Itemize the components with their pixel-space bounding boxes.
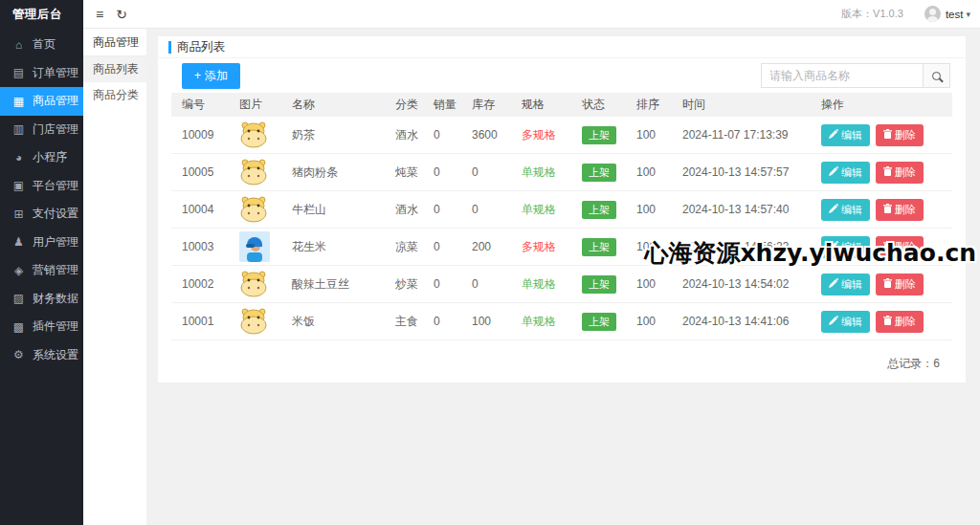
pencil-icon bbox=[829, 129, 838, 141]
sidebar-item-home[interactable]: ⌂首页 bbox=[0, 31, 83, 59]
cell-sort: 100 bbox=[636, 315, 682, 328]
topbar-right: 版本：V1.0.3 test ▾ bbox=[841, 6, 980, 22]
edit-button[interactable]: 编辑 bbox=[821, 199, 870, 221]
delete-button[interactable]: 删除 bbox=[876, 162, 924, 184]
cell-sort: 100 bbox=[636, 203, 682, 216]
status-badge: 上架 bbox=[582, 275, 616, 294]
column-header: 规格 bbox=[522, 97, 582, 113]
cell-time: 2024-11-07 17:13:39 bbox=[682, 128, 821, 142]
sidebar-item-label: 平台管理 bbox=[33, 178, 78, 194]
hippo-image bbox=[239, 121, 268, 148]
trash-icon bbox=[883, 241, 892, 252]
cell-actions: 编辑删除 bbox=[821, 199, 952, 221]
card-title: 商品列表 bbox=[158, 36, 966, 58]
cell-name: 奶茶 bbox=[292, 127, 395, 143]
edit-button[interactable]: 编辑 bbox=[821, 273, 870, 295]
edit-label: 编辑 bbox=[841, 240, 862, 254]
title-accent-bar bbox=[168, 41, 171, 54]
sidebar-item-stores[interactable]: ▥门店管理 bbox=[0, 116, 83, 144]
cell-id: 10005 bbox=[182, 165, 239, 179]
product-table: 编号图片名称分类销量库存规格状态排序时间操作 10009奶茶酒水03600多规格… bbox=[171, 93, 952, 340]
edit-button[interactable]: 编辑 bbox=[821, 311, 870, 333]
sidebar-item-finance[interactable]: ▨财务数据 bbox=[0, 285, 83, 314]
table-row: 10009奶茶酒水03600多规格上架1002024-11-07 17:13:3… bbox=[171, 117, 952, 154]
cell-actions: 编辑删除 bbox=[821, 236, 952, 258]
pencil-icon bbox=[829, 316, 838, 327]
sidebar-item-plugins[interactable]: ▩插件管理 bbox=[0, 313, 83, 341]
cell-sales: 0 bbox=[434, 315, 472, 328]
column-header: 编号 bbox=[182, 97, 239, 113]
sidebar-item-products[interactable]: ▦商品管理 bbox=[0, 87, 83, 116]
edit-button[interactable]: 编辑 bbox=[821, 236, 870, 258]
cell-id: 10003 bbox=[182, 240, 239, 253]
pencil-icon bbox=[829, 278, 838, 290]
status-badge: 上架 bbox=[582, 313, 616, 331]
users-icon: ♟ bbox=[12, 235, 25, 249]
search-input[interactable] bbox=[761, 63, 924, 88]
sidebar-item-settings[interactable]: ⚙系统设置 bbox=[0, 341, 83, 370]
delete-button[interactable]: 删除 bbox=[876, 199, 924, 221]
cell-time: 2024-10-13 14:41:06 bbox=[682, 315, 821, 328]
cell-spec: 单规格 bbox=[522, 314, 582, 330]
table-row: 10002酸辣土豆丝炒菜00单规格上架1002024-10-13 14:54:0… bbox=[171, 266, 952, 303]
cell-category: 凉菜 bbox=[395, 239, 434, 255]
cell-id: 10004 bbox=[182, 203, 239, 216]
cell-spec: 单规格 bbox=[522, 276, 582, 293]
edit-label: 编辑 bbox=[841, 315, 862, 329]
cell-id: 10001 bbox=[182, 315, 239, 328]
column-header: 图片 bbox=[239, 97, 292, 113]
user-menu[interactable]: test ▾ bbox=[946, 9, 970, 20]
product-image bbox=[239, 271, 292, 297]
sidebar-item-marketing[interactable]: ◈营销管理 bbox=[0, 256, 83, 285]
edit-button[interactable]: 编辑 bbox=[821, 124, 870, 146]
total-records: 总记录：6 bbox=[158, 340, 966, 372]
cell-name: 酸辣土豆丝 bbox=[292, 276, 395, 293]
cell-stock: 100 bbox=[472, 315, 522, 328]
platform-icon: ▣ bbox=[12, 179, 25, 192]
delete-button[interactable]: 删除 bbox=[876, 124, 924, 146]
refresh-icon[interactable]: ↻ bbox=[116, 8, 127, 21]
delete-button[interactable]: 删除 bbox=[876, 311, 924, 333]
sidebar-item-label: 首页 bbox=[33, 36, 56, 53]
cell-sort: 100 bbox=[636, 277, 682, 291]
sidebar-item-platform[interactable]: ▣平台管理 bbox=[0, 172, 83, 201]
delete-label: 删除 bbox=[895, 240, 916, 254]
cell-spec: 单规格 bbox=[522, 202, 582, 218]
sidebar-item-miniapp[interactable]: ◕小程序 bbox=[0, 143, 83, 172]
status-badge: 上架 bbox=[582, 164, 616, 182]
delete-label: 删除 bbox=[895, 315, 916, 329]
submenu-item[interactable]: 商品列表 bbox=[83, 56, 146, 82]
sidebar-menu: ⌂首页▤订单管理▦商品管理▥门店管理◕小程序▣平台管理⊞支付设置♟用户管理◈营销… bbox=[0, 31, 83, 369]
cell-stock: 0 bbox=[472, 277, 522, 291]
delete-button[interactable]: 删除 bbox=[876, 236, 924, 258]
submenu-item[interactable]: 商品分类 bbox=[83, 82, 146, 108]
sidebar-item-orders[interactable]: ▤订单管理 bbox=[0, 59, 83, 88]
cell-category: 炒菜 bbox=[395, 276, 434, 293]
search-icon bbox=[932, 72, 941, 80]
user-avatar[interactable] bbox=[924, 6, 941, 22]
sidebar-item-payment[interactable]: ⊞支付设置 bbox=[0, 200, 83, 229]
cell-id: 10009 bbox=[182, 128, 239, 142]
page-title: 商品列表 bbox=[177, 39, 225, 55]
rider-image bbox=[239, 231, 270, 262]
sidebar-item-label: 用户管理 bbox=[33, 234, 78, 251]
delete-label: 删除 bbox=[895, 165, 916, 180]
collapse-menu-icon[interactable]: ≡ bbox=[96, 8, 103, 21]
products-icon: ▦ bbox=[12, 95, 25, 108]
product-list-card: 商品列表 +添加 编号图片名称分类销量库存规格状态排序时间操作 10009奶茶酒… bbox=[158, 36, 966, 383]
table-header-row: 编号图片名称分类销量库存规格状态排序时间操作 bbox=[171, 93, 952, 117]
payment-icon: ⊞ bbox=[12, 208, 25, 221]
delete-label: 删除 bbox=[895, 128, 916, 142]
app-title: 管理后台 bbox=[0, 0, 83, 29]
column-header: 分类 bbox=[395, 97, 434, 113]
search-button[interactable] bbox=[923, 63, 950, 88]
sidebar-item-users[interactable]: ♟用户管理 bbox=[0, 229, 83, 257]
edit-button[interactable]: 编辑 bbox=[821, 162, 870, 184]
delete-button[interactable]: 删除 bbox=[876, 273, 924, 295]
cell-sales: 0 bbox=[434, 240, 472, 253]
cell-spec: 多规格 bbox=[522, 127, 582, 143]
table-row: 10004牛栏山酒水00单规格上架1002024-10-13 14:57:40编… bbox=[171, 191, 952, 229]
sidebar-item-label: 门店管理 bbox=[33, 121, 78, 138]
edit-label: 编辑 bbox=[841, 277, 862, 292]
add-product-button[interactable]: +添加 bbox=[182, 63, 240, 89]
